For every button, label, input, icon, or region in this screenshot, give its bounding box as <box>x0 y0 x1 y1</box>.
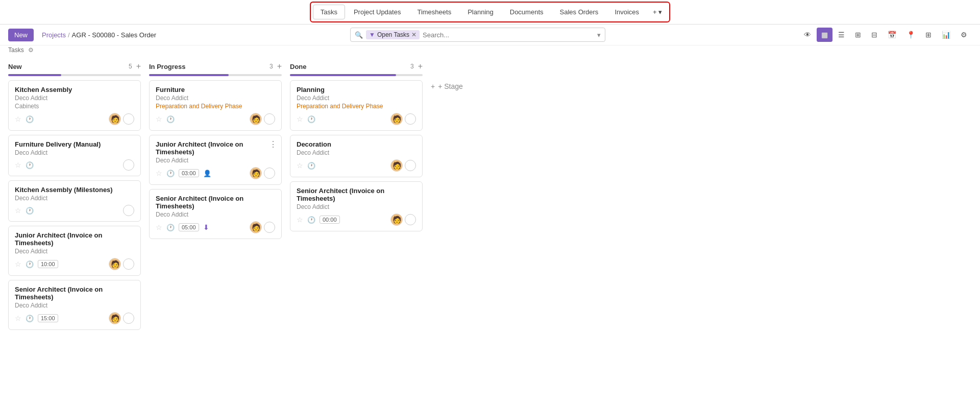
card-junior-architect-progress[interactable]: ⋮ Junior Architect (Invoice on Timesheet… <box>149 135 282 185</box>
view-list2[interactable]: ⊞ <box>850 28 866 42</box>
new-button[interactable]: New <box>8 29 34 41</box>
stage-done-progress-fill <box>290 74 396 76</box>
card-senior-architect-done[interactable]: Senior Architect (Invoice on Timesheets)… <box>290 181 423 231</box>
breadcrumb-sep: / <box>68 31 70 39</box>
stage-done-title: Done <box>290 63 307 70</box>
status-circle[interactable] <box>405 160 416 171</box>
download-icon[interactable]: ⬇ <box>203 223 209 231</box>
tab-planning[interactable]: Planning <box>460 5 501 19</box>
star-icon[interactable]: ☆ <box>15 260 21 268</box>
stage-done-add[interactable]: + <box>418 62 423 71</box>
breadcrumb-projects[interactable]: Projects <box>42 31 66 39</box>
card-kitchen-assembly-milestones[interactable]: Kitchen Assembly (Milestones) Deco Addic… <box>8 180 141 222</box>
card-title: Kitchen Assembly <box>15 86 134 93</box>
card-title: Furniture <box>156 86 275 93</box>
card-senior-architect-progress[interactable]: Senior Architect (Invoice on Timesheets)… <box>149 189 282 239</box>
view-favorites[interactable]: 👁 <box>799 28 816 42</box>
view-calendar[interactable]: 📅 <box>883 28 901 42</box>
stage-in-progress-count: 3 <box>270 63 273 70</box>
tasks-gear-icon[interactable]: ⚙ <box>28 46 34 54</box>
card-footer-right: 🧑 <box>390 113 416 125</box>
card-tag2: Cabinets <box>15 103 134 110</box>
tab-project-updates[interactable]: Project Updates <box>346 5 409 19</box>
filter-remove[interactable]: ✕ <box>411 31 416 38</box>
stage-in-progress: In Progress 3 + Furniture Deco Addict Pr… <box>149 62 282 243</box>
card-planning[interactable]: Planning Deco Addict Preparation and Del… <box>290 80 423 131</box>
avatar: 🧑 <box>390 214 403 226</box>
view-grid[interactable]: ⊞ <box>921 28 936 42</box>
add-stage-label: + Stage <box>438 82 463 90</box>
status-circle[interactable] <box>123 205 134 216</box>
search-dropdown[interactable]: ▾ <box>597 31 601 39</box>
status-circle[interactable] <box>264 222 275 233</box>
clock-icon: 🕐 <box>26 315 34 322</box>
clock-icon: 🕐 <box>26 260 34 268</box>
card-footer: ☆ 🕐 10:00 🧑 <box>15 258 134 270</box>
search-input[interactable] <box>423 31 594 39</box>
card-footer-left: ☆ 🕐 <box>156 115 175 123</box>
card-furniture[interactable]: Furniture Deco Addict Preparation and De… <box>149 80 282 131</box>
tab-invoices[interactable]: Invoices <box>607 5 647 19</box>
status-circle[interactable] <box>123 113 134 125</box>
star-icon[interactable]: ☆ <box>15 206 21 215</box>
card-furniture-delivery[interactable]: Furniture Delivery (Manual) Deco Addict … <box>8 135 141 176</box>
card-title: Furniture Delivery (Manual) <box>15 140 134 148</box>
view-list[interactable]: ☰ <box>834 28 849 42</box>
view-split[interactable]: ⊟ <box>867 28 882 42</box>
status-circle[interactable] <box>123 159 134 171</box>
view-chart[interactable]: 📊 <box>937 28 955 42</box>
status-circle[interactable] <box>405 214 416 225</box>
card-subtitle: Deco Addict <box>15 248 134 255</box>
view-map[interactable]: 📍 <box>902 28 920 42</box>
star-icon[interactable]: ☆ <box>297 216 303 224</box>
card-junior-architect-new[interactable]: Junior Architect (Invoice on Timesheets)… <box>8 226 141 276</box>
status-circle[interactable] <box>264 168 275 179</box>
card-footer-right: 🧑 <box>250 167 275 179</box>
avatar: 🧑 <box>109 258 121 270</box>
view-settings[interactable]: ⚙ <box>956 28 972 42</box>
avatar: 🧑 <box>250 221 262 233</box>
card-footer-left: ☆ 🕐 00:00 <box>297 216 340 224</box>
filter-label: Open Tasks <box>377 31 409 38</box>
status-circle[interactable] <box>123 258 134 270</box>
stage-in-progress-add[interactable]: + <box>277 62 282 71</box>
card-tag: Preparation and Delivery Phase <box>297 103 416 110</box>
tab-tasks[interactable]: Tasks <box>313 5 345 19</box>
stage-new-add[interactable]: + <box>136 62 141 71</box>
card-footer-right: 🧑 <box>109 113 134 125</box>
card-footer-right <box>123 159 134 171</box>
status-circle[interactable] <box>264 113 275 125</box>
star-icon[interactable]: ☆ <box>297 115 303 123</box>
tab-more[interactable]: + ▾ <box>648 5 667 19</box>
stage-new-count: 5 <box>129 63 132 70</box>
star-icon[interactable]: ☆ <box>15 314 21 322</box>
card-footer: ☆ 🕐 15:00 🧑 <box>15 312 134 324</box>
star-icon[interactable]: ☆ <box>15 115 21 123</box>
card-title: Decoration <box>297 140 416 148</box>
tab-sales-orders[interactable]: Sales Orders <box>552 5 606 19</box>
card-kitchen-assembly[interactable]: Kitchen Assembly Deco Addict Cabinets ☆ … <box>8 80 141 131</box>
card-footer: ☆ 🕐 🧑 <box>297 159 416 172</box>
stage-new: New 5 + Kitchen Assembly Deco Addict Cab… <box>8 62 141 334</box>
star-icon[interactable]: ☆ <box>15 161 21 169</box>
star-icon[interactable]: ☆ <box>156 115 162 123</box>
star-icon[interactable]: ☆ <box>156 223 162 231</box>
card-title: Junior Architect (Invoice on Timesheets) <box>156 140 275 156</box>
card-menu-dots[interactable]: ⋮ <box>269 139 277 149</box>
view-kanban[interactable]: ▦ <box>817 28 832 42</box>
tab-documents[interactable]: Documents <box>502 5 551 19</box>
star-icon[interactable]: ☆ <box>297 161 303 170</box>
card-senior-architect-new[interactable]: Senior Architect (Invoice on Timesheets)… <box>8 280 141 330</box>
card-footer: ☆ 🕐 🧑 <box>156 113 275 125</box>
stage-done: Done 3 + Planning Deco Addict Preparatio… <box>290 62 423 235</box>
card-subtitle: Deco Addict <box>156 211 275 218</box>
star-icon[interactable]: ☆ <box>156 169 162 177</box>
status-circle[interactable] <box>123 313 134 324</box>
add-stage-button[interactable]: + + Stage <box>431 78 463 94</box>
card-decoration[interactable]: Decoration Deco Addict ☆ 🕐 🧑 <box>290 135 423 177</box>
status-circle[interactable] <box>405 113 416 125</box>
tab-timesheets[interactable]: Timesheets <box>409 5 459 19</box>
card-footer-left: ☆ 🕐 15:00 <box>15 314 58 322</box>
breadcrumb-project[interactable]: AGR - S00080 - Sales Order <box>72 31 156 39</box>
card-title: Junior Architect (Invoice on Timesheets) <box>15 231 134 247</box>
